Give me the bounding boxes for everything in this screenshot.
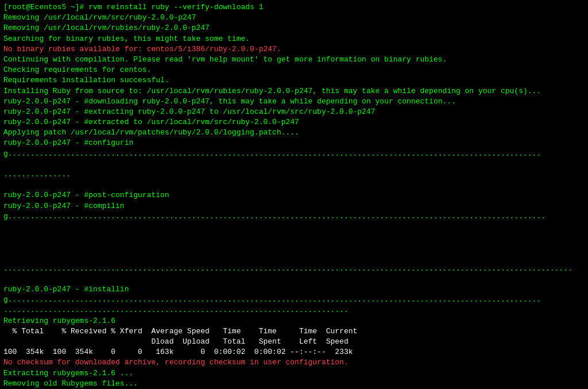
terminal-output: [root@Ecentos5 ~]# rvm reinstall ruby --… [3, 2, 585, 389]
